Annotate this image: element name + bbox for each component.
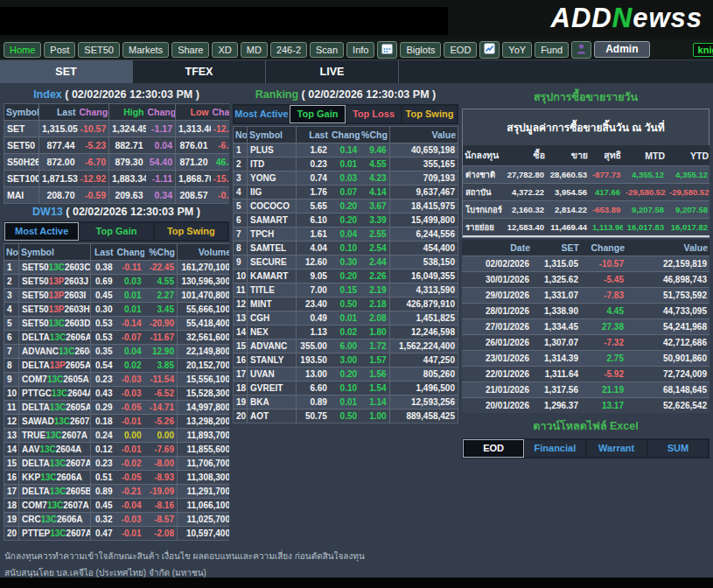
dw-symbol-part: 2606A	[56, 472, 81, 482]
date-table-row: 29/01/20261,331.07-7.8351,753,592	[462, 288, 710, 304]
nav-item-home[interactable]: Home	[3, 42, 41, 58]
date-table-col-header-set: SET	[532, 240, 581, 256]
ranking-table-row: 1PLUS1.620.149.4640,659,198	[234, 144, 458, 158]
dw-table-cell-symbol: DELTA13P2605A	[19, 359, 91, 373]
market-tab-tfex[interactable]: TFEX	[133, 60, 266, 83]
dw-table-cell-no: 12	[4, 415, 19, 429]
ranking-tab-top-swing[interactable]: Top Swing	[402, 106, 457, 122]
ranking-table-row: 20AOT50.750.501.00889,458,425	[234, 410, 458, 424]
dw-table-row: 1SET5013C2603C0.38-0.11-22.45161,270,100	[4, 261, 230, 275]
dw-table-cell-symbol: DELTA13C2605A	[19, 401, 91, 415]
calendar-icon-button[interactable]	[377, 41, 397, 59]
ranking-table-row: 3YONG0.740.034.23709,193	[234, 172, 458, 186]
ranking-tab-bar: Most ActiveTop GainTop LossTop Swing	[233, 104, 458, 124]
dw-table-cell-no: 19	[4, 513, 19, 527]
nav-item-biglots[interactable]: Biglots	[400, 42, 441, 58]
excel-button-sum[interactable]: SUM	[648, 440, 708, 457]
ranking-table-cell-symbol: TPCH	[248, 228, 297, 242]
nav-items: HomePostSET50MarketsShareXDMD246-2ScanIn…	[3, 41, 591, 59]
dw-tab-top-swing[interactable]: Top Swing	[155, 223, 227, 240]
date-table-row: 30/01/20261,325.62-5.4546,898,743	[462, 272, 710, 288]
nav-item-share[interactable]: Share	[171, 42, 209, 58]
dw-table-cell-volume: 11,025,700	[178, 513, 230, 527]
ranking-table-cell-last: 9.05	[297, 270, 330, 284]
nav-item-md[interactable]: MD	[241, 42, 268, 58]
market-tab-live[interactable]: LIVE	[266, 60, 399, 83]
index-table-cell-change: 46.30	[211, 154, 230, 171]
date-table-cell-set: 1,314.39	[532, 351, 581, 367]
index-table-cell-symbol: MAI	[4, 187, 39, 204]
dw-table-cell-change: -0.03	[115, 387, 144, 401]
dw-table-cell-chg: -11.54	[144, 373, 178, 387]
index-table-row: SET50877.44-5.23882.710.04876.01-6.66	[4, 137, 230, 154]
dw-symbol-part: 2606A	[66, 332, 90, 342]
user-icon-button[interactable]	[571, 41, 591, 59]
nav-item-246-2[interactable]: 246-2	[270, 42, 307, 58]
admin-button[interactable]: Admin	[594, 41, 649, 58]
ranking-table-cell-chg: 1.00	[360, 410, 389, 424]
dw-tab-top-gain[interactable]: Top Gain	[80, 223, 152, 240]
dw-tab-most-active[interactable]: Most Active	[5, 223, 78, 240]
investor-table-row: รายย่อย12,583.4011,469.441,113.9616,017.…	[463, 219, 710, 237]
nav-item-fund[interactable]: Fund	[535, 42, 569, 58]
nav-item-xd[interactable]: XD	[212, 42, 237, 58]
dw-table-cell-chg: -8.93	[144, 471, 178, 485]
ranking-table-cell-last: 4.04	[297, 242, 330, 256]
dw-table-row: 18COM713C2607A0.45-0.04-8.1611,066,100	[4, 499, 230, 513]
nav-item-yoy[interactable]: YoY	[502, 42, 532, 58]
dw-table-cell-change: -0.03	[115, 513, 144, 527]
dw-table-row: 11DELTA13C2605A0.29-0.05-14.7114,997,800	[4, 401, 230, 415]
date-table-cell-value: 50,901,860	[626, 351, 710, 367]
dw-table-cell-change: -0.04	[115, 499, 144, 513]
ranking-table-cell-last: 1.13	[297, 326, 330, 340]
investor-table-cell-: รายย่อย	[463, 219, 503, 237]
dw-table-cell-symbol: SET5013P2603I	[19, 289, 91, 303]
index-table-cell-low: 1,313.46	[176, 121, 211, 137]
dw-table-cell-change: -0.11	[115, 261, 144, 275]
dw-symbol-part: 2603D	[65, 318, 90, 328]
chart-icon-button[interactable]	[479, 41, 500, 59]
dw-table-col-header-no: No	[4, 244, 19, 261]
dw-table-cell-last: 0.35	[91, 345, 115, 359]
investor-table-row: สถาบัน4,372.223,954.56417.66-29,580.52-2…	[463, 184, 710, 201]
nav-item-scan[interactable]: Scan	[310, 42, 344, 58]
index-table-cell-symbol: SET50	[4, 137, 39, 154]
ranking-table-cell-last: 355.00	[297, 340, 330, 354]
nav-item-post[interactable]: Post	[44, 42, 75, 58]
dw-symbol-part: 2605A	[66, 360, 91, 370]
date-table-cell-value: 68,148,645	[626, 382, 710, 398]
dw-symbol-part: 13C	[52, 388, 67, 398]
excel-button-warrant[interactable]: Warrant	[587, 440, 647, 457]
ranking-table-cell-chg: 2.44	[360, 256, 389, 270]
ranking-table-cell-no: 4	[234, 186, 248, 200]
ranking-tab-most-active[interactable]: Most Active	[234, 106, 289, 122]
dw-symbol-part: AAV	[22, 444, 39, 454]
ranking-table-cell-change: 0.02	[330, 326, 360, 340]
dw-symbol-part: 2605B	[66, 486, 90, 496]
market-tab-set[interactable]: SET	[0, 60, 133, 83]
dw-symbol-part: 13C	[50, 332, 66, 342]
ranking-table-cell-value: 18,415,975	[389, 200, 458, 214]
dw-table-cell-chg: -19.09	[144, 485, 178, 499]
excel-button-eod[interactable]: EOD	[464, 440, 523, 457]
ranking-table-col-header-no: No	[234, 127, 248, 144]
index-table-cell-change: -15.75	[211, 171, 230, 187]
summary-box: สรุปมูลค่าการซื้อขายสิ้นวัน ณ วันที่ นัก…	[462, 108, 710, 238]
ranking-table-cell-value: 12,593,256	[389, 396, 458, 410]
dw-table-row: 14AAV13C2604A0.12-0.01-7.6911,855,600	[4, 443, 230, 457]
nav-item-eod[interactable]: EOD	[444, 42, 477, 58]
ranking-table-cell-last: 13.00	[297, 368, 330, 382]
username-chip[interactable]: knight	[693, 43, 713, 57]
nav-item-markets[interactable]: Markets	[122, 42, 169, 58]
nav-item-info[interactable]: Info	[346, 42, 374, 58]
excel-button-financial[interactable]: Financial	[525, 440, 584, 457]
dw-table-cell-chg: -6.52	[144, 387, 178, 401]
dw-table-row: 5SET5013C2603D0.53-0.14-20.9055,418,400	[4, 317, 230, 331]
index-table-cell-high: 882.71	[109, 137, 146, 154]
index-table-col-header-change: Change	[211, 104, 230, 121]
nav-item-set50[interactable]: SET50	[78, 42, 120, 58]
ranking-tab-top-loss[interactable]: Top Loss	[346, 106, 401, 122]
user-icon	[576, 43, 587, 57]
ranking-table-cell-symbol: MINT	[248, 298, 297, 312]
ranking-tab-top-gain[interactable]: Top Gain	[290, 106, 345, 122]
